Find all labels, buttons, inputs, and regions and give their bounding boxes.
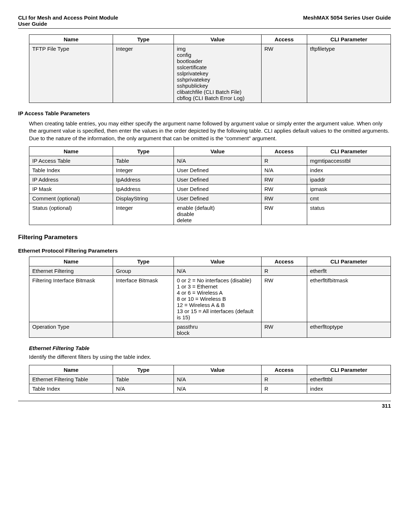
th-cli: CLI Parameter	[307, 146, 391, 156]
cell-value: N/A	[174, 375, 262, 384]
th-access: Access	[261, 257, 307, 266]
header-left-line1: CLI for Mesh and Access Point Module	[18, 14, 118, 21]
ethernet-filtering-table: Name Type Value Access CLI Parameter Eth…	[29, 365, 391, 394]
cell-cli: ipmask	[307, 184, 391, 194]
header-divider	[18, 28, 391, 29]
filtering-heading: Filtering Parameters	[18, 234, 391, 241]
cell-name: Operation Type	[29, 322, 113, 337]
cell-access: RW	[261, 194, 307, 203]
cell-cli: index	[307, 384, 391, 394]
cell-type: Interface Bitmask	[113, 275, 174, 322]
th-name: Name	[29, 35, 113, 44]
cell-value: User Defined	[174, 165, 262, 175]
th-cli: CLI Parameter	[307, 257, 391, 266]
table-row: Ethernet Filtering TableTableN/ARetherfl…	[29, 375, 391, 384]
cell-type: Integer	[113, 203, 174, 225]
header-right: MeshMAX 5054 Series User Guide	[303, 14, 391, 27]
cell-access: RW	[261, 184, 307, 194]
cell-name: Ethernet Filtering Table	[29, 375, 113, 384]
cell-cli: status	[307, 203, 391, 225]
th-value: Value	[174, 35, 262, 44]
cell-value: img config bootloader sslcertificate ssl…	[174, 44, 262, 103]
cell-value: N/A	[174, 266, 262, 275]
header-left-line2: User Guide	[18, 21, 47, 27]
th-type: Type	[113, 257, 174, 266]
cell-name: Table Index	[29, 384, 113, 394]
cell-value: passthru block	[174, 322, 262, 337]
cell-name: Table Index	[29, 165, 113, 175]
th-access: Access	[261, 365, 307, 375]
table-row: Filtering Interface BitmaskInterface Bit…	[29, 275, 391, 322]
cell-value: User Defined	[174, 184, 262, 194]
cell-name: IP Address	[29, 175, 113, 184]
cell-type: Group	[113, 266, 174, 275]
cell-cli: etherflt	[307, 266, 391, 275]
th-value: Value	[174, 257, 262, 266]
cell-type: Integer	[113, 165, 174, 175]
cell-cli: mgmtipaccesstbl	[307, 156, 391, 165]
page-header: CLI for Mesh and Access Point Module Use…	[18, 14, 391, 27]
cell-cli: etherflttbl	[307, 375, 391, 384]
cell-type: Table	[113, 375, 174, 384]
th-name: Name	[29, 365, 113, 375]
cell-name: TFTP File Type	[29, 44, 113, 103]
cell-value: User Defined	[174, 194, 262, 203]
cell-cli: tftpfiletype	[307, 44, 391, 103]
table-row: IP MaskIpAddressUser DefinedRWipmask	[29, 184, 391, 194]
cell-type: IpAddress	[113, 175, 174, 184]
cell-type: Integer	[113, 44, 174, 103]
cell-value: enable (default) disable delete	[174, 203, 262, 225]
cell-cli: etherfltifbitmask	[307, 275, 391, 322]
header-left: CLI for Mesh and Access Point Module Use…	[18, 14, 118, 27]
ip-access-table: Name Type Value Access CLI Parameter IP …	[29, 146, 391, 225]
page-number: 311	[18, 401, 391, 409]
th-value: Value	[174, 146, 262, 156]
cell-value: N/A	[174, 384, 262, 394]
cell-access: N/A	[261, 165, 307, 175]
cell-name: Filtering Interface Bitmask	[29, 275, 113, 322]
table-row: Comment (optional)DisplayStringUser Defi…	[29, 194, 391, 203]
cell-access: R	[261, 266, 307, 275]
cell-cli: etherfltoptype	[307, 322, 391, 337]
cell-cli: cmt	[307, 194, 391, 203]
th-name: Name	[29, 257, 113, 266]
th-cli: CLI Parameter	[307, 365, 391, 375]
cell-access: R	[261, 384, 307, 394]
table-row: Operation Typepassthru blockRWetherfltop…	[29, 322, 391, 337]
th-access: Access	[261, 35, 307, 44]
cell-value: N/A	[174, 156, 262, 165]
cell-name: Ethernet Filtering	[29, 266, 113, 275]
ethernet-protocol-table: Name Type Value Access CLI Parameter Eth…	[29, 257, 391, 338]
cell-type: N/A	[113, 384, 174, 394]
cell-value: 0 or 2 = No interfaces (disable) 1 or 3 …	[174, 275, 262, 322]
cell-type	[113, 322, 174, 337]
cell-access: RW	[261, 322, 307, 337]
table-row: TFTP File Type Integer img config bootlo…	[29, 44, 391, 103]
th-type: Type	[113, 35, 174, 44]
cell-access: RW	[261, 203, 307, 225]
th-access: Access	[261, 146, 307, 156]
ip-access-heading: IP Access Table Parameters	[18, 110, 391, 116]
cell-access: R	[261, 156, 307, 165]
ip-access-paragraph: When creating table entries, you may eit…	[29, 120, 391, 142]
cell-access: R	[261, 375, 307, 384]
cell-type: DisplayString	[113, 194, 174, 203]
ethernet-filtering-table-heading: Ethernet Filtering Table	[29, 345, 391, 351]
table-row: Ethernet FilteringGroupN/ARetherflt	[29, 266, 391, 275]
ethernet-filtering-table-paragraph: Identify the different filters by using …	[29, 353, 391, 361]
table-row: IP Access TableTableN/ARmgmtipaccesstbl	[29, 156, 391, 165]
cell-name: IP Access Table	[29, 156, 113, 165]
cell-name: Comment (optional)	[29, 194, 113, 203]
cell-name: IP Mask	[29, 184, 113, 194]
th-value: Value	[174, 365, 262, 375]
ethernet-protocol-heading: Ethernet Protocol Filtering Parameters	[18, 248, 391, 254]
table-row: Table IndexN/AN/ARindex	[29, 384, 391, 394]
th-type: Type	[113, 146, 174, 156]
cell-access: RW	[261, 175, 307, 184]
cell-cli: ipaddr	[307, 175, 391, 184]
table-row: IP AddressIpAddressUser DefinedRWipaddr	[29, 175, 391, 184]
cell-access: RW	[261, 275, 307, 322]
cell-value: User Defined	[174, 175, 262, 184]
cell-type: IpAddress	[113, 184, 174, 194]
tftp-table: Name Type Value Access CLI Parameter TFT…	[29, 34, 391, 103]
